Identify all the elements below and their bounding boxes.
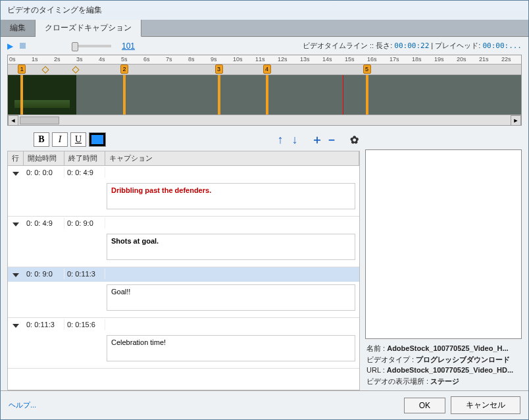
zoom-slider[interactable]	[72, 45, 111, 47]
caption-toolbar: B I U ↑ ↓ ＋ － ✿	[7, 131, 360, 151]
table-row[interactable]: 0: 0: 4:90: 0: 9:0Shots at goal.	[8, 217, 359, 267]
expand-icon[interactable]	[13, 324, 19, 328]
cue-marker[interactable]: 3	[215, 65, 223, 74]
bold-button[interactable]: B	[34, 132, 49, 147]
move-down-icon[interactable]: ↓	[289, 134, 301, 145]
zoom-value[interactable]: 101	[122, 41, 135, 51]
caption-text[interactable]: Goal!!	[107, 284, 355, 311]
table-row[interactable]: 0: 0: 9:00: 0:11:3Goal!!	[8, 267, 359, 318]
timeline-ruler: 0s1s2s3s4s5s6s7s8s9s10s11s12s13s14s15s16…	[8, 55, 521, 65]
caption-text[interactable]: Shots at goal.	[107, 234, 355, 260]
stop-button[interactable]	[20, 43, 26, 49]
timeline-info: ビデオタイムライン :: 長さ: 00:00:22 | プレイヘッド: 00:0…	[303, 41, 522, 51]
expand-icon[interactable]	[13, 273, 19, 277]
help-link[interactable]: ヘルプ...	[9, 400, 36, 410]
cue-marker[interactable]: 5	[363, 65, 371, 74]
underline-button[interactable]: U	[70, 132, 86, 147]
end-time[interactable]: 0: 0: 9:0	[64, 218, 105, 228]
move-up-icon[interactable]: ↑	[274, 134, 286, 145]
end-time[interactable]: 0: 0: 4:9	[64, 167, 105, 178]
italic-button[interactable]: I	[52, 132, 68, 147]
start-time[interactable]: 0: 0: 0:0	[24, 167, 64, 178]
scroll-left[interactable]: ◄	[8, 115, 18, 126]
tab-edit[interactable]: 編集	[1, 20, 36, 36]
end-time[interactable]: 0: 0:15:6	[64, 319, 105, 330]
timeline-scrollbar[interactable]: ◄ ►	[8, 115, 521, 125]
window-title: ビデオのタイミングを編集	[1, 1, 528, 20]
ok-button[interactable]: OK	[404, 398, 445, 413]
keyframe-diamond[interactable]	[42, 66, 49, 73]
timeline-markers[interactable]: 12345	[8, 65, 521, 75]
cue-marker[interactable]: 1	[18, 65, 26, 74]
cue-marker[interactable]: 4	[263, 65, 271, 74]
timeline-track[interactable]	[8, 75, 521, 115]
cue-marker[interactable]: 2	[120, 65, 128, 74]
keyframe-diamond[interactable]	[72, 66, 79, 73]
video-metadata: 名前 : AdobeStock_100770525_Video_H... ビデオ…	[365, 339, 522, 390]
scroll-right[interactable]: ►	[511, 115, 521, 126]
start-time[interactable]: 0: 0: 4:9	[24, 218, 64, 228]
gear-icon[interactable]: ✿	[348, 134, 360, 145]
cancel-button[interactable]: キャンセル	[451, 396, 520, 414]
remove-icon[interactable]: －	[326, 134, 338, 145]
play-button[interactable]: ▶	[7, 41, 13, 51]
playhead-line[interactable]	[343, 75, 343, 115]
tab-bar: 編集 クローズドキャプション	[1, 20, 528, 37]
start-time[interactable]: 0: 0:11:3	[24, 319, 64, 330]
preview-panel	[365, 149, 522, 339]
timeline[interactable]: 0s1s2s3s4s5s6s7s8s9s10s11s12s13s14s15s16…	[7, 55, 522, 126]
add-icon[interactable]: ＋	[311, 134, 323, 145]
end-time[interactable]: 0: 0:11:3	[64, 269, 105, 279]
start-time[interactable]: 0: 0: 9:0	[24, 269, 64, 279]
table-row[interactable]: 0: 0: 0:00: 0: 4:9Dribbling past the def…	[8, 166, 359, 217]
caption-text[interactable]: Celebration time!	[107, 335, 355, 361]
tab-closed-caption[interactable]: クローズドキャプション	[36, 20, 141, 37]
table-row[interactable]: 0: 0:11:30: 0:15:6Celebration time!	[8, 318, 359, 369]
expand-icon[interactable]	[13, 172, 19, 176]
grid-header: 行 開始時間 終了時間 キャプション	[8, 151, 359, 166]
video-thumbnail	[8, 75, 76, 115]
expand-icon[interactable]	[13, 223, 19, 226]
scroll-thumb[interactable]	[20, 117, 59, 124]
caption-grid: 行 開始時間 終了時間 キャプション 0: 0: 0:00: 0: 4:9Dri…	[7, 151, 360, 390]
color-button[interactable]	[89, 132, 106, 147]
caption-text[interactable]: Dribbling past the defenders.	[107, 183, 355, 209]
